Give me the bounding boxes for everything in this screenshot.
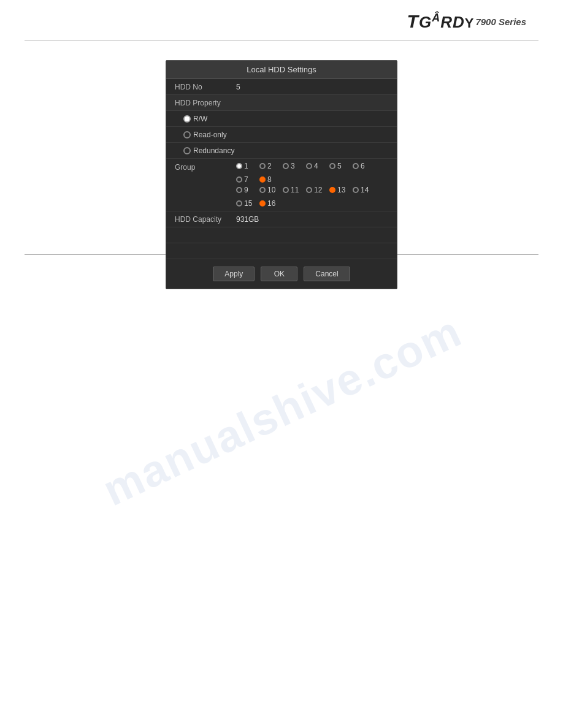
top-divider — [25, 40, 538, 40]
group-item-5[interactable]: 5 — [329, 162, 348, 170]
rw-radio[interactable]: R/W — [183, 115, 207, 123]
group-item-3[interactable]: 3 — [283, 162, 301, 170]
group-item-12[interactable]: 12 — [306, 186, 324, 194]
hdd-capacity-label: HDD Capacity — [175, 215, 236, 224]
hdd-capacity-value: 931GB — [236, 215, 388, 224]
group-dot-9[interactable] — [236, 187, 242, 193]
group-dot-2[interactable] — [259, 163, 266, 169]
group-dot-3[interactable] — [283, 163, 289, 169]
readonly-radio-circle[interactable] — [183, 131, 191, 138]
group-row: Group 1 2 3 — [166, 159, 397, 211]
group-dot-4[interactable] — [306, 163, 312, 169]
group-label: Group — [175, 162, 236, 172]
redundancy-label: Redundancy — [193, 146, 234, 155]
group-dot-5[interactable] — [329, 163, 335, 169]
redundancy-radio-circle[interactable] — [183, 147, 191, 154]
group-item-9[interactable]: 9 — [236, 186, 255, 194]
group-line-1: 1 2 3 4 5 — [236, 162, 388, 184]
hdd-capacity-row: HDD Capacity 931GB — [166, 211, 397, 227]
series-label: 7900 Series — [475, 17, 526, 27]
redundancy-radio[interactable]: Redundancy — [183, 146, 234, 155]
group-dot-16[interactable] — [259, 200, 266, 207]
hdd-property-header: HDD Property — [166, 95, 397, 111]
local-hdd-settings-dialog: Local HDD Settings HDD No 5 HDD Property… — [166, 60, 397, 289]
hdd-no-value: 5 — [236, 83, 388, 91]
ok-button[interactable]: OK — [261, 267, 297, 281]
group-dot-11[interactable] — [283, 187, 289, 193]
hdd-no-label: HDD No — [175, 83, 236, 91]
rw-radio-circle[interactable] — [183, 115, 191, 123]
group-item-2[interactable]: 2 — [259, 162, 278, 170]
group-item-14[interactable]: 14 — [353, 186, 371, 194]
rw-row[interactable]: R/W — [166, 111, 397, 127]
group-options: 1 2 3 4 5 — [236, 162, 388, 208]
group-dot-10[interactable] — [259, 187, 266, 193]
cancel-button[interactable]: Cancel — [304, 267, 350, 281]
group-item-8[interactable]: 8 — [259, 175, 278, 184]
readonly-label: Read-only — [193, 131, 227, 139]
group-dot-8[interactable] — [259, 176, 266, 183]
logo-area: TGÂRDY 7900 Series — [407, 11, 526, 32]
group-item-7[interactable]: 7 — [236, 175, 255, 184]
hdd-no-row: HDD No 5 — [166, 79, 397, 95]
group-item-11[interactable]: 11 — [283, 186, 301, 194]
spacer-row-2 — [166, 243, 397, 259]
group-dot-15[interactable] — [236, 200, 242, 207]
readonly-row[interactable]: Read-only — [166, 127, 397, 143]
rw-label: R/W — [193, 115, 207, 123]
apply-button[interactable]: Apply — [213, 267, 255, 281]
group-line-2: 9 10 11 12 1 — [236, 186, 388, 208]
hdd-property-label: HDD Property — [175, 99, 236, 107]
watermark-text: manualshive.com — [95, 306, 469, 515]
group-item-16[interactable]: 16 — [259, 199, 278, 208]
group-item-13[interactable]: 13 — [329, 186, 348, 194]
group-dot-7[interactable] — [236, 176, 242, 183]
group-dot-6[interactable] — [353, 163, 359, 169]
group-dot-1[interactable] — [236, 163, 242, 169]
buttons-row: Apply OK Cancel — [166, 259, 397, 289]
group-dot-13[interactable] — [329, 187, 335, 193]
dialog-title: Local HDD Settings — [166, 61, 397, 79]
spacer-row-1 — [166, 227, 397, 243]
brand-logo: TGÂRDY — [407, 11, 475, 32]
redundancy-row[interactable]: Redundancy — [166, 143, 397, 159]
group-dot-12[interactable] — [306, 187, 312, 193]
group-item-1[interactable]: 1 — [236, 162, 255, 170]
readonly-radio[interactable]: Read-only — [183, 131, 227, 139]
group-item-6[interactable]: 6 — [353, 162, 371, 170]
group-item-10[interactable]: 10 — [259, 186, 278, 194]
group-dot-14[interactable] — [353, 187, 359, 193]
group-item-4[interactable]: 4 — [306, 162, 324, 170]
group-item-15[interactable]: 15 — [236, 199, 255, 208]
